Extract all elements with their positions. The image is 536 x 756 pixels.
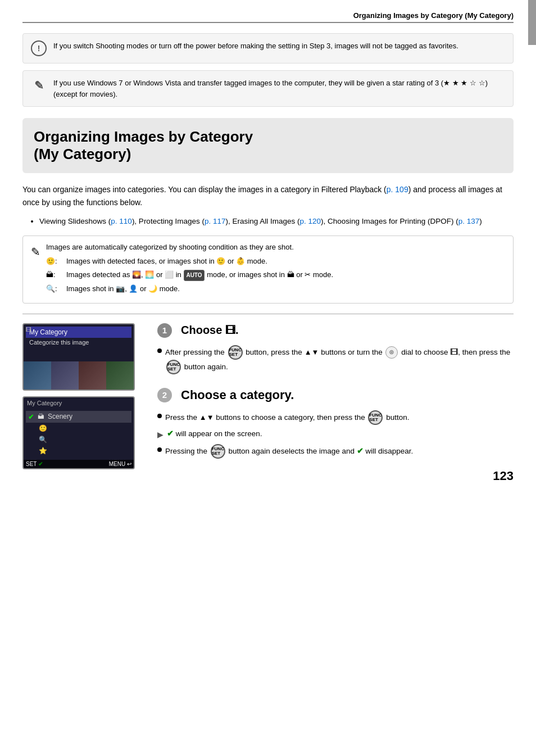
step-2-bullet-1: Press the ▲▼ buttons to choose a categor… bbox=[157, 410, 514, 425]
strip-img-4 bbox=[106, 361, 134, 390]
choose-icon-2: 🎞 bbox=[450, 347, 458, 356]
bullet-dot-3 bbox=[157, 447, 162, 452]
camera-screens: 🎞 My Category Categorize this image My C… bbox=[22, 323, 146, 472]
divider bbox=[22, 314, 514, 314]
step-2-body: Press the ▲▼ buttons to choose a categor… bbox=[157, 410, 514, 459]
other-mode-icon: 🔍: bbox=[46, 283, 63, 295]
sub-bullet-faces: 🙂: Images with detected faces, or images… bbox=[46, 256, 333, 268]
link-p117[interactable]: p. 117 bbox=[205, 217, 226, 225]
sub-bullet-other: 🔍: Images shot in 📷, 👤 or 🌙 mode. bbox=[46, 283, 333, 295]
notice-info-text: If you use Windows 7 or Windows Vista an… bbox=[53, 78, 505, 99]
steps-text: 1 Choose 🎞. After pressing the FUNCSET b… bbox=[157, 323, 514, 472]
row-label-scenery: Scenery bbox=[48, 413, 72, 420]
steps-container: 🎞 My Category Categorize this image My C… bbox=[22, 323, 514, 472]
step-1-bullets: After pressing the FUNCSET button, press… bbox=[157, 345, 514, 374]
auto-categorize-note: ✎ Images are automatically categorized b… bbox=[22, 236, 514, 304]
arrow-icon: ▶ bbox=[157, 429, 163, 441]
camera-screen-1: 🎞 My Category Categorize this image bbox=[22, 323, 135, 391]
page-number: 123 bbox=[493, 469, 514, 483]
link-p109[interactable]: p. 109 bbox=[387, 185, 408, 194]
step-1-title: Choose 🎞. bbox=[181, 323, 238, 337]
row-icon-4: ⭐ bbox=[39, 447, 47, 455]
link-p120[interactable]: p. 120 bbox=[300, 217, 321, 225]
link-p110[interactable]: p. 110 bbox=[111, 217, 132, 225]
step-2-number: 2 bbox=[157, 388, 172, 402]
screen2-row-scenery: ✔ 🏔 Scenery bbox=[26, 411, 131, 423]
screen2-bottom-bar: SET ✔ MENU ↩ bbox=[24, 460, 134, 468]
row-icon-3: 🔍 bbox=[39, 436, 47, 443]
check-icon: ✔ bbox=[28, 413, 34, 421]
step-1: 1 Choose 🎞. After pressing the FUNCSET b… bbox=[157, 323, 514, 374]
sub-bullet-landscape: 🏔: Images detected as 🌄, 🌅 or ⬜ in AUTO … bbox=[46, 269, 333, 281]
strip-img-2 bbox=[51, 361, 79, 390]
step-2-bullet-arrow: ▶ ✔ will appear on the screen. bbox=[157, 428, 514, 441]
func-set-btn-2: FUNCSET bbox=[166, 360, 181, 374]
dial-icon: ◎ bbox=[385, 346, 398, 359]
screen-menu-my-category: My Category bbox=[26, 327, 131, 338]
strip-img-1 bbox=[24, 361, 51, 390]
func-set-btn-4: FUNCSET bbox=[211, 444, 225, 459]
func-set-btn-1: FUNCSET bbox=[228, 345, 243, 360]
section-title-box: Organizing Images by Category (My Catego… bbox=[22, 118, 514, 173]
sub-bullet-list: 🙂: Images with detected faces, or images… bbox=[46, 256, 333, 295]
screen2-rows: ✔ 🏔 Scenery 🙂 🔍 bbox=[24, 409, 134, 459]
notice-warning-text: If you switch Shooting modes or turn off… bbox=[53, 40, 458, 52]
choose-icon: 🎞 bbox=[225, 325, 235, 336]
step-1-body: After pressing the FUNCSET button, press… bbox=[157, 345, 514, 374]
step-1-number: 1 bbox=[157, 323, 172, 338]
row-icon-scenery: 🏔 bbox=[38, 413, 44, 420]
notice-warning: ! If you switch Shooting modes or turn o… bbox=[22, 33, 514, 64]
feature-list: Viewing Slideshows (p. 110), Protecting … bbox=[22, 215, 514, 228]
auto-mode-badge: AUTO bbox=[184, 270, 204, 281]
body-paragraph-1: You can organize images into categories.… bbox=[22, 183, 514, 209]
strip-img-3 bbox=[79, 361, 106, 390]
notice-info: ✎ If you use Windows 7 or Windows Vista … bbox=[22, 70, 514, 107]
screen-small-icon: 🎞 bbox=[26, 327, 31, 333]
step-2-title: Choose a category. bbox=[181, 388, 294, 402]
step-2: 2 Choose a category. Press the ▲▼ button… bbox=[157, 388, 514, 459]
screen2-row-2: 🙂 bbox=[26, 423, 131, 434]
screen2-row-4: ⭐ bbox=[26, 445, 131, 456]
section-title: Organizing Images by Category (My Catego… bbox=[34, 128, 502, 163]
pencil-icon-1: ✎ bbox=[31, 78, 47, 93]
pencil-icon-2: ✎ bbox=[31, 243, 40, 261]
page-header: Organizing Images by Category (My Catego… bbox=[22, 11, 514, 23]
warning-icon: ! bbox=[31, 40, 47, 56]
screen-sub-text: Categorize this image bbox=[26, 338, 131, 347]
screen2-row-3: 🔍 bbox=[26, 434, 131, 445]
feature-list-item: Viewing Slideshows (p. 110), Protecting … bbox=[39, 215, 514, 228]
image-strip bbox=[24, 361, 134, 390]
header-title: Organizing Images by Category (My Catego… bbox=[353, 11, 514, 20]
face-mode-icon: 🙂: bbox=[46, 256, 63, 268]
screen2-title: My Category bbox=[24, 397, 134, 409]
step-2-bullets: Press the ▲▼ buttons to choose a categor… bbox=[157, 410, 514, 459]
bullet-dot-2 bbox=[157, 414, 162, 418]
row-icon-2: 🙂 bbox=[39, 424, 47, 432]
camera-screen-2: My Category ✔ 🏔 Scenery 🙂 🔍 bbox=[22, 396, 135, 469]
auto-categorize-content: Images are automatically categorized by … bbox=[46, 242, 333, 297]
page-tab bbox=[528, 0, 536, 45]
arrow-ud-1: ▲▼ bbox=[305, 348, 319, 356]
arrow-ud-2: ▲▼ bbox=[199, 413, 214, 422]
step-2-bullet-2: Pressing the FUNCSET button again desele… bbox=[157, 444, 514, 459]
link-p137[interactable]: p. 137 bbox=[458, 217, 480, 225]
landscape-mode-icon: 🏔: bbox=[46, 269, 63, 281]
bullet-dot-1 bbox=[157, 348, 162, 353]
func-set-btn-3: FUNCSET bbox=[368, 410, 383, 425]
step-1-bullet-1: After pressing the FUNCSET button, press… bbox=[157, 345, 514, 374]
